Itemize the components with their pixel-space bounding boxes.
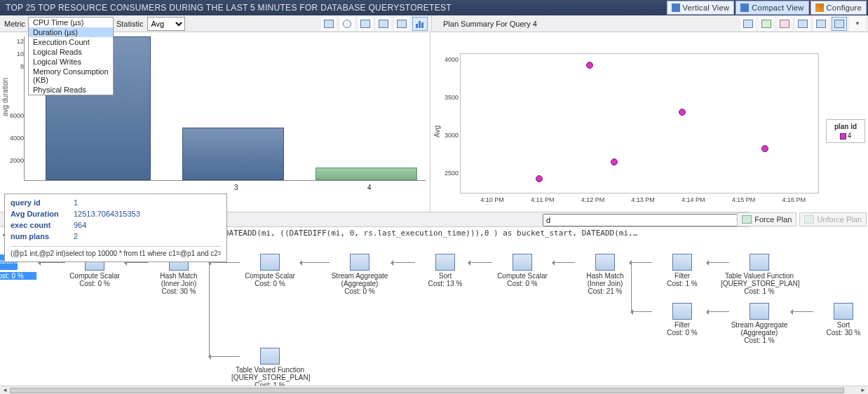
plan-node-tvf[interactable]: Table Valued Function[QUERY_STORE_PLAN]C… [231,348,308,386]
force-plan-button[interactable]: Force Plan [737,212,796,226]
plan-node-label: Compute Scalar [484,272,561,280]
rxtick: 4:15 PM [732,196,756,203]
metric-option[interactable]: Memory Consumption (KB) [29,67,113,85]
plan-btn-3[interactable] [777,17,792,31]
bar-3[interactable] [182,128,284,180]
compute-scalar-icon [260,254,280,271]
scatter-chart: Avg 4000 3500 3000 2500 4:10 PM 4:11 PM … [430,32,868,213]
tt-value: 2 [74,232,78,243]
scroll-thumb[interactable] [10,388,844,393]
plan-icon-2 [761,20,771,28]
statistic-label: Statistic [115,20,145,28]
plan-node-label: Filter [644,321,721,329]
metric-option[interactable]: Duration (µs) [29,27,113,37]
plan-node-sub: [QUERY_STORE_PLAN] [721,280,798,287]
unforce-plan-label: Unforce Plan [817,215,862,224]
vertical-view-icon [672,4,680,12]
plan-dropdown-button[interactable]: ▼ [850,17,865,31]
metric-option[interactable]: Physical Reads [29,85,113,95]
metric-option[interactable]: CPU Time (µs) [29,18,113,27]
scroll-left-arrow[interactable]: ◄ [1,387,8,394]
plan-icon-4 [798,20,808,28]
chevron-down-icon: ▼ [855,20,860,27]
statistic-select[interactable]: Avg [147,17,185,31]
rxtick: 4:12 PM [581,196,605,203]
plan-node-label: Sort [805,321,868,329]
plan-btn-4[interactable] [795,17,811,31]
plan-node-stream-aggregate[interactable]: Stream Aggregate(Aggregate)Cost: 1 % [721,303,798,344]
metric-option[interactable]: Logical Writes [29,57,113,67]
bar-4[interactable] [316,168,417,180]
data-point[interactable] [536,175,543,182]
ytick: 4000 [10,135,24,142]
plan-icon-6 [834,20,844,28]
plan-connector [631,262,632,311]
plan-node-label: Stream Aggregate [321,272,398,280]
view-2-button[interactable] [376,17,391,31]
plan-node-filter[interactable]: FilterCost: 0 % [644,303,721,337]
data-point[interactable] [611,158,618,165]
plan-arrow [630,262,652,263]
plan-node-label: Table Valued Function [721,272,798,280]
plan-btn-2[interactable] [759,17,774,31]
plan-node-sub: (Aggregate) [321,280,398,287]
unforce-plan-button[interactable]: Unforce Plan [799,212,867,226]
legend-title: plan id [829,123,862,130]
ytick: 2000 [10,157,24,164]
aggregate-select[interactable]: d [543,214,746,226]
view-1-icon [360,20,370,28]
tt-label: num plans [11,232,74,243]
plan-node-tvf[interactable]: Table Valued Function[QUERY_STORE_PLAN]C… [721,254,798,295]
plan-node-cost: Cost: 1 % [721,287,798,295]
data-point[interactable] [761,145,768,152]
compute-scalar-icon [513,254,532,271]
metric-option[interactable]: Logical Reads [29,47,113,57]
tt-sql: (@p1 int,@p2 int)select top 10000 * from… [11,246,221,257]
plan-btn-1[interactable] [740,17,756,31]
sort-icon [435,254,455,271]
view-3-button[interactable] [394,17,409,31]
configure-button[interactable]: Configure [811,1,867,15]
compact-view-button[interactable]: Compact View [735,1,808,15]
scroll-right-arrow[interactable]: ► [860,387,867,394]
chart-button[interactable] [412,17,428,31]
rxtick: 4:13 PM [631,196,655,203]
plan-node-cost: Cost: 1 % [644,280,721,287]
sort-icon [834,303,853,320]
plan-node-label: Sort [407,272,484,280]
stream-aggregate-icon [750,303,769,320]
plan-node-label: Filter [644,272,721,280]
scatter-ylabel: Avg [433,125,441,137]
target-button[interactable] [339,17,355,31]
plan-node-label: Hash Match [140,272,217,280]
query-plan-tree[interactable]: Cost: 0 % Compute ScalarCost: 0 % Hash M… [0,243,868,386]
plan-node-sort[interactable]: SortCost: 13 % [407,254,484,287]
scatter-plot[interactable] [460,53,819,193]
plan-node-compute-scalar[interactable]: Compute ScalarCost: 0 % [484,254,561,287]
target-icon [343,20,351,28]
rytick: 3000 [445,132,459,139]
metric-option[interactable]: Execution Count [29,37,113,47]
metric-dropdown-open[interactable]: CPU Time (µs) Duration (µs) Execution Co… [28,17,114,95]
plan-node-compute-scalar[interactable]: Compute ScalarCost: 0 % [231,254,308,287]
plan-btn-5[interactable] [813,17,829,31]
plan-node-cost: Cost: 21 % [567,287,644,295]
data-point[interactable] [586,62,593,69]
plan-node-filter[interactable]: FilterCost: 1 % [644,254,721,287]
plan-btn-6[interactable] [832,17,847,31]
plan-node-hash-match[interactable]: Hash Match(Inner Join)Cost: 21 % [567,254,644,295]
horizontal-scrollbar[interactable]: ◄ ► [0,386,868,394]
right-chart-pane: Avg 4000 3500 3000 2500 4:10 PM 4:11 PM … [430,32,868,213]
plan-node-sub: (Aggregate) [721,329,798,337]
scatter-legend: plan id 4 [826,119,865,143]
plan-node-stream-aggregate[interactable]: Stream Aggregate(Aggregate)Cost: 0 % [321,254,398,295]
data-point[interactable] [679,109,686,116]
vertical-view-button[interactable]: Vertical View [667,1,735,15]
plan-node-sort[interactable]: SortCost: 30 % [805,303,868,337]
plan-node-label: Stream Aggregate [721,321,798,329]
vertical-view-label: Vertical View [683,4,730,12]
view-1-button[interactable] [358,17,373,31]
refresh-button[interactable] [321,17,337,31]
plan-arrow [791,311,813,312]
filter-icon [672,303,692,320]
